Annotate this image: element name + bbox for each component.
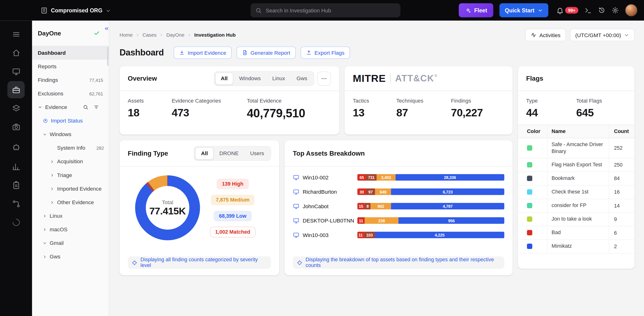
chevron-right-icon	[187, 33, 191, 37]
tree-item-imported-evidence[interactable]: Imported Evidence	[32, 182, 109, 195]
asset-row-win10-003[interactable]: Win10-003111034,225	[293, 232, 504, 238]
import-evidence-button[interactable]: Import Evidence	[174, 46, 232, 59]
asset-row-win10-002[interactable]: Win10-002657313,45328,336	[293, 174, 504, 181]
endpoints-rail-button[interactable]	[7, 63, 25, 80]
flag-row-safe-amcache-driver-binary[interactable]: Safe - Amcache Driver Binary252	[518, 138, 634, 158]
ellipsis-icon	[321, 75, 328, 82]
sidebar-item-dashboard[interactable]: Dashboard	[32, 46, 109, 60]
asset-row-desktop-lub0tnn[interactable]: DESKTOP-LUB0TNN11238956	[293, 217, 504, 224]
overview-card: Overview AllWindowsLinuxGws Assets18Evid…	[120, 66, 339, 134]
tree-item-acquisition[interactable]: Acquisition	[32, 155, 109, 168]
tab-gws[interactable]: Gws	[291, 72, 313, 84]
flag-row-bookmark[interactable]: Bookmark84	[518, 172, 634, 185]
tree-item-macos[interactable]: macOS	[32, 223, 109, 236]
monitor-icon	[293, 203, 300, 209]
flag-row-mimikatz[interactable]: Mimikatz2	[518, 240, 634, 253]
stat-assets: Assets18	[128, 98, 172, 120]
activities-button[interactable]: Activities	[526, 29, 566, 41]
topbar-icon-group	[584, 7, 619, 14]
tab-drone[interactable]: DRONE	[214, 147, 244, 160]
integrations-rail-button[interactable]	[7, 139, 25, 157]
tab-all[interactable]: All	[215, 72, 233, 84]
breadcrumb-dayone[interactable]: DayOne	[166, 32, 184, 38]
overview-title: Overview	[128, 75, 157, 82]
tree-item-gmail[interactable]: Gmail	[32, 236, 109, 250]
overview-stats: Assets18Evidence Categories473Total Evid…	[120, 91, 339, 120]
flag-row-check-these-1st[interactable]: Check these 1st16	[518, 185, 634, 199]
sidebar-scrollbar[interactable]	[107, 47, 108, 66]
tree-item-system-info[interactable]: System Info282	[32, 141, 109, 155]
chevron-down-icon	[106, 8, 111, 13]
tab-linux[interactable]: Linux	[267, 72, 291, 84]
sidebar-item-findings[interactable]: Findings77,415	[32, 73, 109, 87]
loader-rail-button[interactable]	[7, 213, 25, 231]
chevron-down-icon	[43, 241, 47, 245]
fleet-button[interactable]: Fleet	[459, 3, 493, 17]
item-count: 282	[96, 145, 104, 150]
settings-gear-button[interactable]	[612, 7, 619, 14]
collapse-sidebar-button[interactable]	[104, 26, 109, 31]
chevron-right-icon	[50, 173, 54, 177]
terminal-button[interactable]	[584, 7, 592, 14]
flag-row-bad[interactable]: Bad6	[518, 226, 634, 240]
snapshot-camera-rail-button[interactable]	[7, 118, 25, 135]
home-rail-button[interactable]	[7, 44, 25, 61]
tasks-clipboard-rail-button[interactable]	[7, 177, 25, 194]
donut-total-label: Total	[162, 199, 173, 205]
tree-item-linux[interactable]: Linux	[32, 209, 109, 223]
asset-row-johncabot[interactable]: JohnCabot1588624,787	[293, 203, 504, 209]
bar-segment: 11	[358, 217, 365, 224]
tree-item-triage[interactable]: Triage	[32, 168, 109, 182]
tree-item-windows[interactable]: Windows	[32, 127, 109, 141]
statistics-rail-button[interactable]	[7, 158, 25, 175]
workflows-rail-button[interactable]	[7, 195, 25, 213]
page-actions: Import EvidenceGenerate ReportExport Fla…	[174, 46, 350, 59]
evidence-filter-icon[interactable]	[94, 104, 99, 110]
bar-segment: 97	[366, 189, 375, 195]
chevron-right-icon	[136, 33, 140, 37]
asset-row-richardburton[interactable]: RichardBurton30976496,723	[293, 189, 504, 195]
evidence-layers-rail-button[interactable]	[7, 99, 25, 117]
search-input[interactable]	[266, 7, 396, 13]
flags-title: Flags	[526, 75, 543, 82]
flag-row-jon-to-take-a-look[interactable]: Jon to take a look9	[518, 213, 634, 226]
tab-all[interactable]: All	[195, 147, 214, 160]
chevron-right-icon	[43, 255, 47, 259]
flag-color-swatch	[527, 145, 532, 151]
export-flags-button[interactable]: Export Flags	[300, 46, 350, 59]
history-button[interactable]	[598, 7, 605, 14]
org-selector[interactable]: Compromised ORG	[41, 0, 111, 21]
breadcrumb-cases[interactable]: Cases	[142, 32, 156, 38]
crosshair-icon	[297, 260, 302, 265]
chevron-right-icon	[50, 160, 54, 164]
import-status-icon	[43, 118, 48, 123]
quick-start-button[interactable]: Quick Start	[500, 3, 548, 17]
generate-report-button[interactable]: Generate Report	[236, 46, 296, 59]
flag-row-flag-hash-export-test[interactable]: Flag Hash Export Test250	[518, 158, 634, 172]
bar-segment: 11	[358, 232, 364, 238]
sidebar-item-exclusions[interactable]: Exclusions62,761	[32, 87, 109, 100]
breadcrumb-home[interactable]: Home	[120, 32, 132, 38]
evidence-search-icon[interactable]	[83, 104, 88, 110]
tree-item-import-status[interactable]: Import Status	[32, 114, 109, 127]
history-icon	[598, 7, 605, 14]
more-tabs-button[interactable]	[317, 71, 331, 85]
notifications-button[interactable]: 99+	[556, 7, 578, 14]
bar-segment: 30	[358, 189, 366, 195]
tab-windows[interactable]: Windows	[233, 72, 267, 84]
menu-rail-button[interactable]	[7, 26, 25, 43]
tree-item-gws[interactable]: Gws	[32, 250, 109, 263]
stat-type: Type44	[526, 98, 576, 119]
tab-users[interactable]: Users	[244, 147, 270, 160]
sidebar-item-reports[interactable]: Reports	[32, 60, 109, 73]
donut-legend: 139 High7,875 Medium68,399 Low1,002 Matc…	[200, 179, 266, 237]
avatar[interactable]	[625, 4, 637, 17]
tree-item-other-evidence[interactable]: Other Evidence	[32, 195, 109, 209]
sidebar-item-evidence[interactable]: Evidence	[32, 100, 109, 114]
cases-rail-button[interactable]	[7, 81, 25, 98]
timezone-selector[interactable]: (UTC/GMT +00:00)	[570, 29, 634, 41]
flag-row-consider-for-fp[interactable]: consider for FP14	[518, 199, 634, 213]
global-search[interactable]	[250, 3, 400, 17]
legend-pill-7-875-medium: 7,875 Medium	[210, 194, 255, 205]
case-sidebar: DayOne DashboardReportsFindings77,415Exc…	[32, 21, 109, 316]
